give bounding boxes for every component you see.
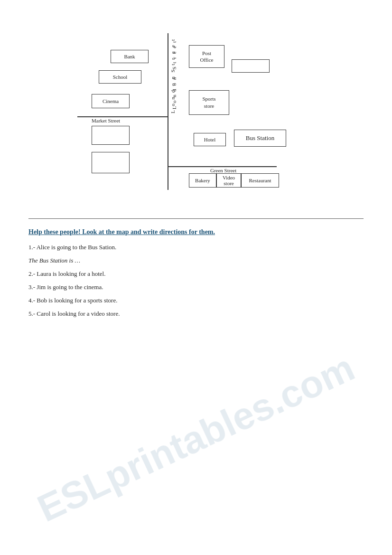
exercise-section: Help these people! Look at the map and w…	[28, 228, 364, 318]
bus-station-label: Bus Station	[246, 134, 274, 142]
london-street-text: L o n d o n S t r e e t	[171, 40, 177, 109]
restaurant-label: Restaurant	[249, 178, 271, 183]
item1-number: 1.-	[28, 244, 35, 251]
left-lower-box2	[92, 152, 130, 173]
item5-number: 5.-	[28, 310, 35, 317]
item3-number: 3.-	[28, 283, 35, 291]
item5-text: Carol is looking for a video store.	[37, 310, 120, 317]
exercise-item-4: 4.- Bob is looking for a sports store.	[28, 297, 364, 304]
sports-store-box: Sportsstore	[189, 90, 229, 115]
bank-label: Bank	[124, 54, 135, 59]
item1-text: Alice is going to the Bus Sation.	[37, 244, 117, 251]
school-box: School	[99, 70, 141, 84]
bakery-box: Bakery	[189, 173, 216, 188]
video-store-box: Video store	[216, 173, 241, 188]
bakery-label: Bakery	[195, 178, 210, 183]
cinema-box: Cinema	[92, 94, 130, 108]
item4-text: Bob is looking for a sports store.	[37, 297, 117, 304]
item2-text: Laura is looking for a hotel.	[37, 270, 105, 277]
bus-station-box: Bus Station	[234, 130, 286, 147]
left-lower-box1	[92, 126, 130, 145]
item4-number: 4.-	[28, 297, 35, 304]
hotel-label: Hotel	[204, 137, 215, 142]
right-top-blank-box	[232, 59, 270, 73]
market-street-label: Market Street	[92, 118, 120, 123]
bus-station-answer: The Bus Station is …	[28, 257, 80, 264]
restaurant-box: Restaurant	[241, 173, 279, 188]
post-office-label: PostOffice	[200, 50, 214, 64]
market-street-road	[77, 116, 168, 117]
item2-number: 2.-	[28, 270, 35, 277]
video-store-label-2: store	[224, 180, 233, 186]
video-store-label-1: Video	[223, 175, 235, 180]
post-office-box: PostOffice	[189, 45, 224, 68]
exercise-item-1: 1.- Alice is going to the Bus Sation.	[28, 244, 364, 251]
exercise-item-2: 2.- Laura is looking for a hotel.	[28, 270, 364, 278]
cinema-label: Cinema	[103, 98, 119, 104]
exercise-item-bus-station: The Bus Station is …	[28, 257, 364, 264]
exercise-item-3: 3.- Jim is going to the cinema.	[28, 283, 364, 291]
sports-store-label: Sportsstore	[202, 95, 215, 110]
watermark: ESLprintables.com	[31, 346, 361, 531]
bank-box: Bank	[111, 50, 149, 63]
green-street-label: Green Street	[210, 168, 236, 173]
school-label: School	[113, 74, 128, 80]
item3-text: Jim is going to the cinema.	[37, 283, 103, 291]
exercise-heading: Help these people! Look at the map and w…	[28, 228, 364, 236]
exercise-item-5: 5.- Carol is looking for a video store.	[28, 310, 364, 318]
map-area: L o n d o n S t r e e t Market Street Gr…	[63, 24, 329, 204]
green-street-road	[168, 166, 277, 167]
section-divider	[28, 218, 364, 219]
hotel-box: Hotel	[194, 133, 226, 146]
